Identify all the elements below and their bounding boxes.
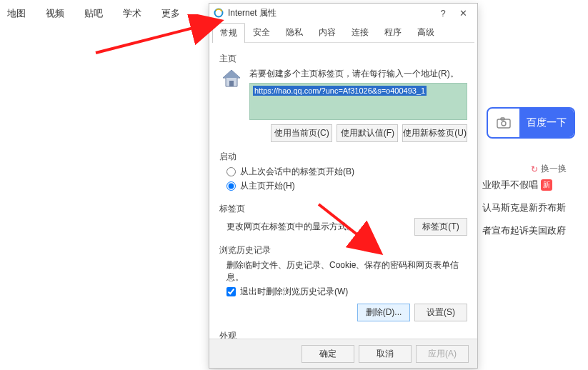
news-item[interactable]: 认马斯克是新乔布斯: [482, 201, 575, 214]
ok-button[interactable]: 确定: [302, 345, 354, 363]
svg-rect-0: [497, 119, 510, 128]
checkbox-input[interactable]: [226, 287, 236, 296]
nav-video[interactable]: 视频: [46, 7, 64, 20]
svg-marker-6: [223, 70, 240, 78]
nav-map[interactable]: 地图: [7, 7, 26, 20]
homepage-instruction: 若要创建多个主页标签页，请在每行输入一个地址(R)。: [249, 68, 467, 80]
nav-scholar[interactable]: 学术: [123, 7, 141, 20]
tabs-desc: 更改网页在标签页中的显示方式。: [226, 221, 355, 233]
checkbox-label: 退出时删除浏览历史记录(W): [240, 286, 348, 298]
refresh-link[interactable]: ↻ 换一换: [531, 163, 567, 175]
dialog-footer: 确定 取消 应用(A): [209, 339, 477, 368]
ie-icon: [214, 8, 224, 18]
news-item[interactable]: 者宣布起诉美国政府: [482, 224, 575, 237]
radio-input[interactable]: [226, 167, 236, 176]
tab-security[interactable]: 安全: [245, 22, 278, 42]
home-icon: [219, 68, 244, 89]
news-list: 业歌手不假唱 新 认马斯克是新乔布斯 者宣布起诉美国政府: [482, 179, 575, 237]
radio-homepage[interactable]: 从主页开始(H): [226, 180, 467, 192]
use-current-button[interactable]: 使用当前页(C): [271, 124, 332, 142]
help-button[interactable]: ?: [433, 8, 453, 19]
use-newtab-button[interactable]: 使用新标签页(U): [402, 124, 467, 142]
refresh-icon: ↻: [531, 164, 538, 174]
news-text: 认马斯克是新乔布斯: [482, 201, 566, 214]
nav-tieba[interactable]: 贴吧: [84, 7, 103, 20]
tab-connections[interactable]: 连接: [344, 22, 377, 42]
history-settings-button[interactable]: 设置(S): [414, 304, 467, 321]
apply-button[interactable]: 应用(A): [416, 345, 469, 363]
news-text: 业歌手不假唱: [482, 179, 538, 191]
camera-icon[interactable]: [488, 117, 519, 129]
tabs-button[interactable]: 标签页(T): [414, 218, 467, 236]
delete-history-button[interactable]: 删除(D)...: [357, 304, 410, 321]
svg-line-7: [96, 21, 219, 53]
radio-last-session[interactable]: 从上次会话中的标签页开始(B): [226, 166, 467, 178]
use-default-button[interactable]: 使用默认值(F): [337, 124, 398, 142]
refresh-label: 换一换: [541, 163, 567, 175]
tab-strip: 常规 安全 隐私 内容 连接 程序 高级: [212, 22, 474, 43]
titlebar[interactable]: Internet 属性 ? ✕: [209, 4, 477, 22]
radio-input[interactable]: [226, 181, 236, 191]
group-label: 启动: [219, 151, 467, 163]
group-startup: 启动 从上次会话中的标签页开始(B) 从主页开始(H): [219, 145, 467, 194]
group-tabs: 标签页 更改网页在标签页中的显示方式。 标签页(T): [219, 197, 467, 236]
svg-point-1: [502, 121, 506, 126]
tab-general[interactable]: 常规: [212, 23, 245, 43]
news-item[interactable]: 业歌手不假唱 新: [482, 179, 575, 191]
close-button[interactable]: ✕: [453, 8, 473, 19]
search-button[interactable]: 百度一下: [519, 109, 574, 137]
group-label: 主页: [219, 53, 467, 65]
dialog-title: Internet 属性: [228, 7, 433, 19]
cancel-button[interactable]: 取消: [359, 345, 412, 363]
search-bar[interactable]: 百度一下: [487, 107, 575, 139]
radio-label: 从上次会话中的标签页开始(B): [240, 166, 354, 178]
check-delete-on-exit[interactable]: 退出时删除浏览历史记录(W): [226, 286, 467, 298]
tab-privacy[interactable]: 隐私: [278, 22, 311, 42]
svg-rect-5: [229, 81, 234, 86]
news-text: 者宣布起诉美国政府: [482, 224, 566, 237]
group-label: 标签页: [219, 203, 467, 215]
tab-advanced[interactable]: 高级: [409, 22, 442, 42]
badge-new: 新: [541, 179, 552, 191]
group-label: 浏览历史记录: [219, 244, 467, 256]
internet-properties-dialog: Internet 属性 ? ✕ 常规 安全 隐私 内容 连接 程序 高级 主页 …: [209, 3, 478, 369]
radio-label: 从主页开始(H): [240, 180, 295, 192]
tab-content[interactable]: 内容: [311, 22, 344, 42]
homepage-url-field[interactable]: https://hao.qq.com/?unc=Af31026&s=o40049…: [249, 83, 467, 120]
group-homepage: 主页 若要创建多个主页标签页，请在每行输入一个地址(R)。 https://ha…: [219, 47, 467, 142]
group-history: 浏览历史记录 删除临时文件、历史记录、Cookie、保存的密码和网页表单信息。 …: [219, 239, 467, 321]
tab-programs[interactable]: 程序: [377, 22, 409, 42]
nav-more[interactable]: 更多: [161, 7, 180, 20]
history-desc: 删除临时文件、历史记录、Cookie、保存的密码和网页表单信息。: [226, 259, 467, 284]
homepage-url-value: https://hao.qq.com/?unc=Af31026&s=o40049…: [253, 86, 427, 96]
